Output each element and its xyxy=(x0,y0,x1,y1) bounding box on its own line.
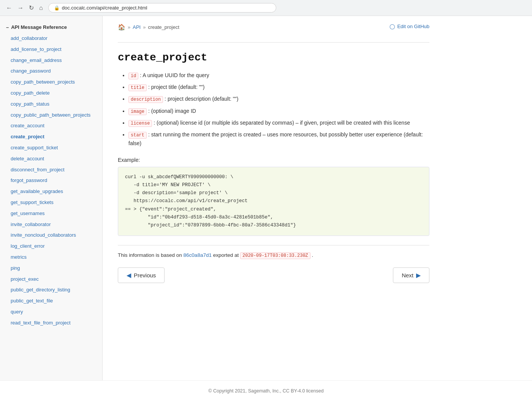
next-arrow-icon: ▶ xyxy=(416,272,421,279)
reload-button[interactable]: ↻ xyxy=(27,3,35,12)
info-text-middle: exported at xyxy=(212,252,240,258)
sidebar-item-ping[interactable]: ping xyxy=(0,263,102,274)
breadcrumb-current: create_project xyxy=(148,24,179,30)
sidebar-item-change_password[interactable]: change_password xyxy=(0,66,102,77)
param-item-title: title : project title (default: "") xyxy=(128,83,429,92)
back-button[interactable]: ← xyxy=(5,4,14,12)
param-item-description: description : project description (defau… xyxy=(128,95,429,103)
sidebar-item-create_support_ticket[interactable]: create_support_ticket xyxy=(0,142,102,153)
sidebar-item-query[interactable]: query xyxy=(0,307,102,318)
top-divider xyxy=(118,42,429,43)
sidebar-item-copy_path_delete[interactable]: copy_path_delete xyxy=(0,88,102,99)
lock-icon: 🔒 xyxy=(54,5,60,11)
sidebar-item-public_get_directory_listing[interactable]: public_get_directory_listing xyxy=(0,285,102,296)
param-name-license: license xyxy=(128,120,152,127)
param-name-image: image xyxy=(128,108,147,115)
sidebar-item-copy_path_status[interactable]: copy_path_status xyxy=(0,99,102,110)
main-content: 🏠 » API » create_project ◯ Edit on GitHu… xyxy=(103,16,445,380)
sidebar-section-title: – API Message Reference xyxy=(0,22,102,33)
info-line: This information is based on 86c0a8a7d1 … xyxy=(118,252,429,258)
param-item-image: image : (optional) image ID xyxy=(128,107,429,115)
sidebar-item-disconnect_from_project[interactable]: disconnect_from_project xyxy=(0,165,102,176)
param-item-license: license : (optional) license id (or mult… xyxy=(128,119,429,127)
info-timestamp: 2020-09-17T03:08:33.230Z xyxy=(240,252,310,259)
sidebar-item-add_collaborator[interactable]: add_collaborator xyxy=(0,33,102,44)
sidebar-item-public_get_text_file[interactable]: public_get_text_file xyxy=(0,296,102,307)
browser-controls: ← → ↻ ⌂ xyxy=(5,3,44,12)
sidebar-item-forgot_password[interactable]: forgot_password xyxy=(0,175,102,186)
browser-chrome: ← → ↻ ⌂ 🔒 doc.cocalc.com/api/create_proj… xyxy=(0,0,532,16)
sidebar-item-log_client_error[interactable]: log_client_error xyxy=(0,241,102,252)
sidebar-item-get_support_tickets[interactable]: get_support_tickets xyxy=(0,197,102,208)
sidebar-item-change_email_address[interactable]: change_email_address xyxy=(0,55,102,66)
breadcrumb-api-link[interactable]: API xyxy=(133,24,141,30)
home-button[interactable]: ⌂ xyxy=(38,4,44,12)
github-icon: ◯ xyxy=(390,24,395,29)
param-name-start: start xyxy=(128,132,147,139)
sidebar-item-create_project[interactable]: create_project xyxy=(0,131,102,142)
app-layout: – API Message Reference add_collaborator… xyxy=(0,16,532,380)
next-label: Next xyxy=(402,272,413,278)
param-item-id: id : A unique UUID for the query xyxy=(128,71,429,80)
param-name-description: description xyxy=(128,96,163,103)
breadcrumb-sep-1: » xyxy=(128,24,130,30)
info-text-after: . xyxy=(310,252,314,258)
sidebar-title-text: API Message Reference xyxy=(11,24,67,30)
page-title: create_project xyxy=(118,52,429,63)
sidebar-items: add_collaboratoradd_license_to_projectch… xyxy=(0,33,102,329)
sidebar-item-copy_public_path_between_projects[interactable]: copy_public_path_between_projects xyxy=(0,110,102,121)
sidebar-item-get_usernames[interactable]: get_usernames xyxy=(0,208,102,219)
sidebar-item-invite_noncloud_collaborators[interactable]: invite_noncloud_collaborators xyxy=(0,230,102,241)
forward-button[interactable]: → xyxy=(16,4,25,12)
url-text: doc.cocalc.com/api/create_project.html xyxy=(62,5,147,11)
info-text-before: This information is based on xyxy=(118,252,184,258)
param-name-title: title xyxy=(128,84,147,91)
sidebar-item-create_account[interactable]: create_account xyxy=(0,120,102,131)
footer: © Copyright 2021, Sagemath, Inc., CC BY-… xyxy=(0,380,532,405)
next-button[interactable]: Next ▶ xyxy=(393,267,429,283)
edit-github-link[interactable]: ◯ Edit on GitHub xyxy=(390,24,429,29)
top-bar: 🏠 » API » create_project ◯ Edit on GitHu… xyxy=(118,24,429,38)
sidebar: – API Message Reference add_collaborator… xyxy=(0,16,103,380)
example-label: Example: xyxy=(118,157,429,163)
previous-label: Previous xyxy=(134,272,156,278)
sidebar-item-project_exec[interactable]: project_exec xyxy=(0,274,102,285)
sidebar-item-delete_account[interactable]: delete_account xyxy=(0,153,102,165)
param-name-id: id xyxy=(128,73,138,79)
breadcrumb: 🏠 » API » create_project xyxy=(118,24,179,31)
sidebar-item-read_text_file_from_project[interactable]: read_text_file_from_project xyxy=(0,318,102,329)
sidebar-item-add_license_to_project[interactable]: add_license_to_project xyxy=(0,44,102,55)
sidebar-toggle-icon: – xyxy=(6,24,9,30)
footer-text: © Copyright 2021, Sagemath, Inc., CC BY-… xyxy=(208,388,323,394)
nav-buttons: ◀ Previous Next ▶ xyxy=(118,267,429,283)
breadcrumb-sep-2: » xyxy=(143,24,146,30)
param-item-start: start : start running the moment the pro… xyxy=(128,130,429,148)
address-bar[interactable]: 🔒 doc.cocalc.com/api/create_project.html xyxy=(48,3,276,13)
sidebar-item-invite_collaborator[interactable]: invite_collaborator xyxy=(0,219,102,230)
edit-github-label: Edit on GitHub xyxy=(397,24,429,29)
sidebar-item-copy_path_between_projects[interactable]: copy_path_between_projects xyxy=(0,77,102,88)
code-block: curl -u sk_abcdefQWERTY090900000000: \ -… xyxy=(118,167,429,236)
bottom-divider xyxy=(118,245,429,245)
info-commit-link[interactable]: 86c0a8a7d1 xyxy=(184,252,212,258)
prev-arrow-icon: ◀ xyxy=(127,272,131,279)
sidebar-item-metrics[interactable]: metrics xyxy=(0,252,102,263)
param-list: id : A unique UUID for the querytitle : … xyxy=(118,71,429,148)
breadcrumb-home-icon: 🏠 xyxy=(118,24,125,31)
previous-button[interactable]: ◀ Previous xyxy=(118,267,165,283)
sidebar-item-get_available_upgrades[interactable]: get_available_upgrades xyxy=(0,186,102,197)
